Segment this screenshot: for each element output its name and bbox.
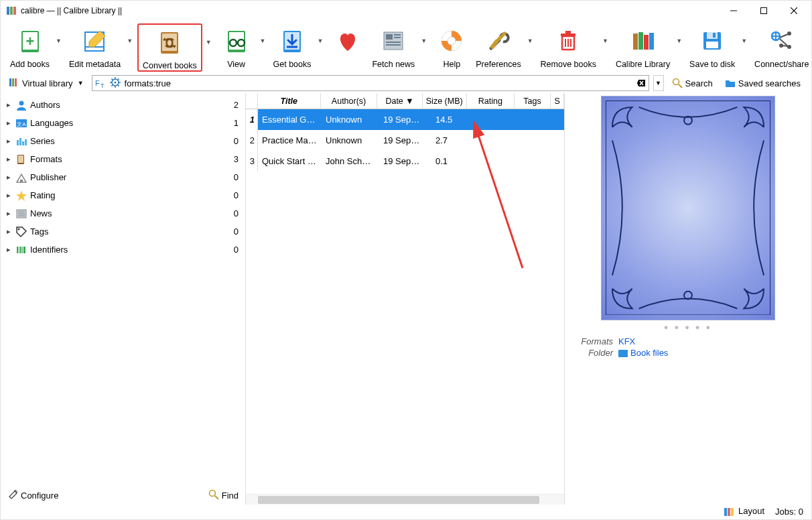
- column-s[interactable]: S: [551, 93, 564, 109]
- cell-date: 19 Sep 2024: [379, 135, 425, 145]
- sidebar-item-label: Identifiers: [30, 245, 234, 255]
- layout-button[interactable]: Layout: [724, 506, 764, 517]
- rating-icon: [15, 190, 27, 202]
- toolbar-label: Remove books: [541, 60, 596, 69]
- svg-rect-36: [633, 34, 638, 50]
- toolbar-label: Connect/share: [754, 60, 809, 69]
- svg-line-67: [117, 84, 119, 86]
- calibre-library-button[interactable]: Calibre Library: [613, 23, 673, 69]
- sidebar-item-count: 2: [234, 100, 239, 110]
- jobs-button[interactable]: Jobs: 0: [775, 507, 803, 517]
- chevron-down-icon[interactable]: ▼: [52, 38, 65, 44]
- toolbar-label: Add books: [10, 60, 50, 69]
- svg-rect-35: [565, 31, 571, 34]
- table-header: TitleAuthor(s)Date ▼Size (MB)RatingTagsS: [246, 93, 564, 109]
- table-row[interactable]: 3Quick Start GuideJohn Schember19 Sep 20…: [246, 151, 564, 172]
- chevron-down-icon[interactable]: ▼: [314, 38, 327, 44]
- chevron-down-icon[interactable]: ▼: [599, 38, 612, 44]
- cell-authors: Unknown: [322, 115, 379, 125]
- minimize-button[interactable]: [718, 1, 748, 21]
- title-bar: calibre — || Calibre Library ||: [1, 1, 811, 21]
- fetch-news-button[interactable]: Fetch news: [369, 23, 417, 69]
- svg-text:文A: 文A: [17, 121, 26, 127]
- layout-label: Layout: [738, 506, 764, 516]
- book-cover[interactable]: [601, 96, 775, 320]
- formats-link[interactable]: KFX: [618, 336, 635, 346]
- cell-size: 14.5: [425, 115, 470, 125]
- column-rating[interactable]: Rating: [467, 93, 515, 109]
- sidebar-item-tags[interactable]: ▸Tags0: [1, 222, 245, 241]
- sidebar-item-label: Languages: [30, 118, 234, 128]
- save-to-disk-button[interactable]: Save to disk: [687, 23, 738, 69]
- preferences-button[interactable]: Preferences: [473, 23, 523, 69]
- column-date[interactable]: Date ▼: [377, 93, 422, 109]
- saved-searches-button[interactable]: Saved searches: [721, 76, 805, 90]
- edit-metadata-button[interactable]: Edit metadata: [66, 23, 123, 69]
- column-author-s-[interactable]: Author(s): [321, 93, 378, 109]
- heart-button[interactable]: [328, 23, 368, 60]
- remove-books-icon: [554, 23, 582, 58]
- sidebar-item-publisher[interactable]: ▸Publisher0: [1, 168, 245, 186]
- view-button[interactable]: View: [216, 23, 257, 69]
- chevron-down-icon[interactable]: ▼: [524, 38, 537, 44]
- svg-point-72: [673, 79, 679, 85]
- sidebar-item-news[interactable]: ▸News0: [1, 204, 245, 222]
- column-tags[interactable]: Tags: [515, 93, 551, 109]
- chevron-down-icon[interactable]: ▼: [673, 38, 685, 44]
- sidebar-item-count: 3: [234, 154, 239, 164]
- svg-rect-100: [724, 508, 727, 516]
- cell-date: 19 Sep 2024: [379, 156, 425, 166]
- sidebar-item-languages[interactable]: ▸文ALanguages1: [1, 114, 245, 132]
- clear-search-button[interactable]: [635, 76, 649, 90]
- panel-gripper[interactable]: ● ● ● ● ●: [664, 323, 712, 331]
- convert-books-button[interactable]: Convert books: [137, 23, 202, 72]
- chevron-down-icon[interactable]: ▼: [257, 38, 269, 44]
- svg-rect-23: [386, 34, 393, 40]
- sidebar-item-identifiers[interactable]: ▸Identifiers0: [1, 241, 245, 259]
- sidebar-item-rating[interactable]: ▸Rating0: [1, 186, 245, 204]
- sidebar-item-label: Formats: [30, 154, 234, 164]
- column-title[interactable]: Title: [258, 93, 321, 109]
- folder-link[interactable]: Book files: [618, 348, 668, 358]
- sidebar-item-formats[interactable]: ▸Formats3: [1, 150, 245, 168]
- svg-rect-13: [162, 34, 177, 51]
- virtual-library-button[interactable]: Virtual library ▼: [5, 76, 88, 91]
- search-history-dropdown[interactable]: ▼: [653, 75, 664, 91]
- edit-metadata-icon: [81, 23, 109, 58]
- gear-icon[interactable]: [110, 77, 121, 90]
- toolbar-label: Convert books: [143, 61, 197, 70]
- configure-button[interactable]: Configure: [7, 489, 58, 502]
- add-books-button[interactable]: +Add books: [7, 23, 52, 69]
- column-size-mb-[interactable]: Size (MB): [423, 93, 467, 109]
- maximize-button[interactable]: [748, 1, 779, 21]
- configure-label: Configure: [21, 491, 58, 501]
- chevron-down-icon[interactable]: ▼: [123, 38, 136, 44]
- book-list: TitleAuthor(s)Date ▼Size (MB)RatingTagsS…: [245, 93, 565, 505]
- sidebar-item-count: 0: [234, 190, 239, 200]
- find-button[interactable]: Find: [208, 489, 239, 502]
- svg-line-73: [679, 84, 682, 88]
- search-box: FT: [92, 75, 649, 91]
- sidebar-item-series[interactable]: ▸Series0: [1, 132, 245, 150]
- close-button[interactable]: [779, 1, 809, 21]
- search-input[interactable]: [123, 76, 635, 90]
- expand-icon: ▸: [5, 191, 13, 200]
- svg-rect-77: [17, 140, 19, 145]
- ft-icon[interactable]: FT: [95, 77, 107, 89]
- svg-point-95: [209, 491, 215, 497]
- fetch-news-icon: [379, 23, 407, 58]
- chevron-down-icon[interactable]: ▼: [202, 39, 215, 46]
- connect-share-button[interactable]: Connect/share: [752, 23, 811, 69]
- horizontal-scrollbar[interactable]: [246, 494, 564, 505]
- remove-books-button[interactable]: Remove books: [538, 23, 599, 69]
- help-button[interactable]: Help: [431, 23, 472, 69]
- chevron-down-icon[interactable]: ▼: [417, 38, 430, 44]
- cell-title: Practice Makes …: [258, 135, 322, 145]
- chevron-down-icon[interactable]: ▼: [738, 38, 750, 44]
- search-button[interactable]: Search: [668, 76, 717, 90]
- get-books-button[interactable]: Get books: [271, 23, 314, 69]
- expand-icon: ▸: [5, 173, 13, 182]
- table-row[interactable]: 2Practice Makes …Unknown19 Sep 20242.7: [246, 130, 564, 151]
- table-row[interactable]: 1Essential Gram…Unknown19 Sep 202414.5: [246, 109, 564, 130]
- sidebar-item-authors[interactable]: ▸Authors2: [1, 96, 245, 114]
